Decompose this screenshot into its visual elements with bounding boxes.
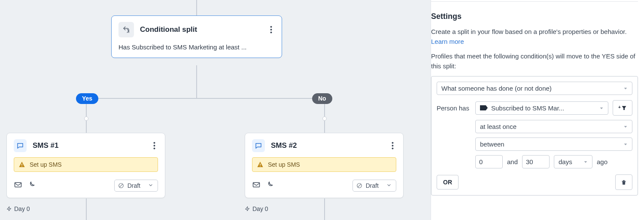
- sms-setup-warning[interactable]: Set up SMS: [14, 157, 158, 172]
- split-icon: [118, 22, 134, 37]
- svg-marker-20: [246, 207, 249, 211]
- status-dropdown[interactable]: Draft: [352, 180, 396, 192]
- frequency-dropdown[interactable]: at least once: [475, 120, 632, 133]
- add-filter-button[interactable]: +: [613, 100, 632, 116]
- event-tag-icon: [480, 105, 488, 110]
- panel-description-text: Create a split in your flow based on a p…: [431, 28, 627, 35]
- svg-line-10: [119, 184, 123, 187]
- dropdown-value: Subscribed to SMS Mar...: [491, 104, 564, 112]
- panel-title: Settings: [431, 12, 638, 21]
- dropdown-value: between: [480, 141, 504, 148]
- from-value-input[interactable]: [475, 155, 503, 168]
- svg-point-0: [270, 26, 272, 28]
- svg-marker-27: [624, 144, 627, 145]
- connector-line: [86, 199, 87, 220]
- add-filter-icon: +: [618, 105, 627, 111]
- chevron-down-icon: [386, 182, 392, 189]
- svg-rect-15: [260, 166, 260, 166]
- panel-divider: [431, 0, 638, 2]
- day-label: Day 0: [245, 205, 268, 212]
- condition-dimension-dropdown[interactable]: What someone has done (or not done): [437, 82, 632, 95]
- svg-marker-21: [624, 88, 627, 89]
- quiet-hours-icon[interactable]: [266, 181, 273, 190]
- draft-status-icon: [356, 183, 362, 189]
- connector-node: [322, 116, 327, 121]
- day-label: Day 0: [6, 205, 30, 212]
- bolt-icon: [6, 206, 12, 212]
- status-label: Draft: [128, 182, 140, 189]
- branch-badge-no: No: [312, 93, 332, 104]
- warning-icon: [18, 161, 25, 168]
- connector-line: [196, 0, 197, 15]
- connector-node: [84, 116, 88, 121]
- sms-card-2[interactable]: SMS #2 Set up SMS: [245, 133, 404, 198]
- event-dropdown[interactable]: Subscribed to SMS Mar...: [475, 101, 608, 115]
- flow-canvas[interactable]: Conditional split Has Subscribed to SMS …: [0, 0, 431, 220]
- caret-down-icon: [623, 123, 628, 130]
- sms-warning-text: Set up SMS: [268, 161, 300, 168]
- quiet-hours-icon[interactable]: [27, 181, 35, 190]
- conditional-split-card[interactable]: Conditional split Has Subscribed to SMS …: [111, 15, 282, 58]
- sms-card-1[interactable]: SMS #1 Set up SMS: [6, 133, 165, 198]
- split-card-title: Conditional split: [140, 25, 267, 34]
- day-text: Day 0: [252, 205, 268, 212]
- svg-marker-25: [622, 106, 626, 110]
- bolt-icon: [245, 206, 250, 212]
- status-dropdown[interactable]: Draft: [114, 180, 158, 192]
- sms-card-menu-button[interactable]: [389, 140, 396, 151]
- delete-condition-button[interactable]: [615, 174, 632, 190]
- time-unit-dropdown[interactable]: days: [554, 155, 592, 168]
- svg-rect-14: [260, 164, 260, 165]
- svg-rect-8: [15, 183, 21, 187]
- svg-marker-28: [584, 161, 587, 163]
- caret-down-icon: [623, 141, 628, 148]
- settings-panel: Settings Create a split in your flow bas…: [431, 0, 644, 220]
- sms-icon: [14, 139, 27, 152]
- svg-point-13: [392, 148, 394, 150]
- smart-send-icon[interactable]: [14, 181, 22, 190]
- split-card-menu-button[interactable]: [267, 24, 275, 35]
- svg-point-11: [392, 142, 394, 144]
- split-card-description: Has Subscribed to SMS Marketing at least…: [118, 43, 275, 51]
- chevron-down-icon: [148, 182, 153, 189]
- sms-warning-text: Set up SMS: [30, 161, 62, 168]
- caret-down-icon: [599, 104, 604, 112]
- svg-point-3: [154, 142, 155, 144]
- dropdown-value: at least once: [480, 123, 516, 130]
- svg-marker-23: [600, 107, 603, 109]
- svg-rect-6: [21, 164, 22, 165]
- svg-marker-26: [624, 126, 627, 128]
- person-has-label: Person has: [437, 104, 471, 112]
- svg-point-1: [270, 29, 272, 31]
- status-label: Draft: [366, 182, 379, 189]
- svg-point-5: [154, 148, 155, 150]
- svg-marker-19: [7, 207, 11, 211]
- to-value-input[interactable]: [522, 155, 550, 168]
- sms-card-title: SMS #1: [33, 141, 151, 150]
- svg-text:+: +: [618, 105, 621, 110]
- panel-description: Create a split in your flow based on a p…: [431, 27, 638, 46]
- caret-down-icon: [623, 85, 628, 92]
- svg-point-2: [270, 32, 272, 34]
- svg-marker-22: [480, 105, 488, 110]
- learn-more-link[interactable]: Learn more: [431, 38, 464, 45]
- or-button[interactable]: OR: [437, 175, 459, 189]
- svg-rect-7: [21, 166, 22, 166]
- sms-setup-warning[interactable]: Set up SMS: [252, 157, 396, 172]
- sms-card-title: SMS #2: [271, 141, 389, 150]
- panel-condition-intro: Profiles that meet the following conditi…: [431, 52, 638, 71]
- connector-line: [196, 65, 197, 98]
- draft-status-icon: [118, 183, 124, 189]
- connector-line: [86, 98, 324, 99]
- branch-badge-yes: Yes: [76, 93, 98, 104]
- sms-card-menu-button[interactable]: [151, 140, 158, 151]
- trash-icon: [621, 179, 627, 186]
- caret-down-icon: [583, 158, 588, 165]
- warning-icon: [257, 161, 264, 168]
- dropdown-value: What someone has done (or not done): [441, 85, 552, 92]
- condition-card: What someone has done (or not done) Pers…: [431, 76, 638, 196]
- sms-icon: [252, 139, 265, 152]
- timeframe-dropdown[interactable]: between: [475, 138, 632, 151]
- dropdown-value: days: [559, 158, 572, 165]
- smart-send-icon[interactable]: [252, 181, 261, 190]
